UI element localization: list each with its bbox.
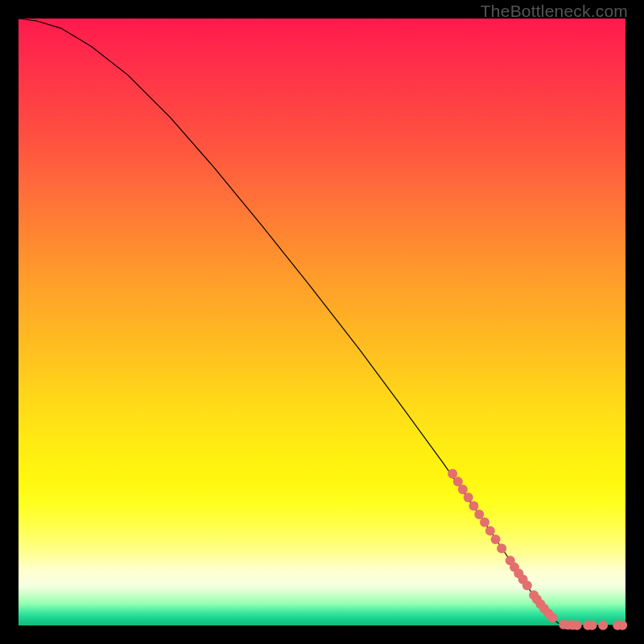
chart-overlay-svg: [19, 19, 625, 625]
scatter-dot: [588, 621, 597, 630]
scatter-dot: [548, 613, 558, 622]
scatter-dot: [464, 493, 473, 502]
scatter-dot: [474, 510, 484, 519]
scatter-dot: [522, 580, 532, 590]
chart-plot-area: [19, 19, 625, 625]
scatter-dot: [497, 543, 506, 553]
scatter-dot: [572, 621, 582, 630]
scatter-dot: [448, 469, 457, 479]
scatter-dot: [617, 621, 627, 630]
scatter-dot: [485, 526, 495, 535]
scatter-markers: [448, 469, 627, 630]
chart-stage: TheBottleneck.com: [0, 0, 644, 644]
scatter-dot: [598, 621, 608, 630]
scatter-dot: [458, 485, 468, 494]
scatter-dot: [469, 501, 479, 510]
scatter-dot: [491, 535, 501, 544]
curve-line: [19, 19, 625, 625]
scatter-dot: [480, 518, 489, 527]
